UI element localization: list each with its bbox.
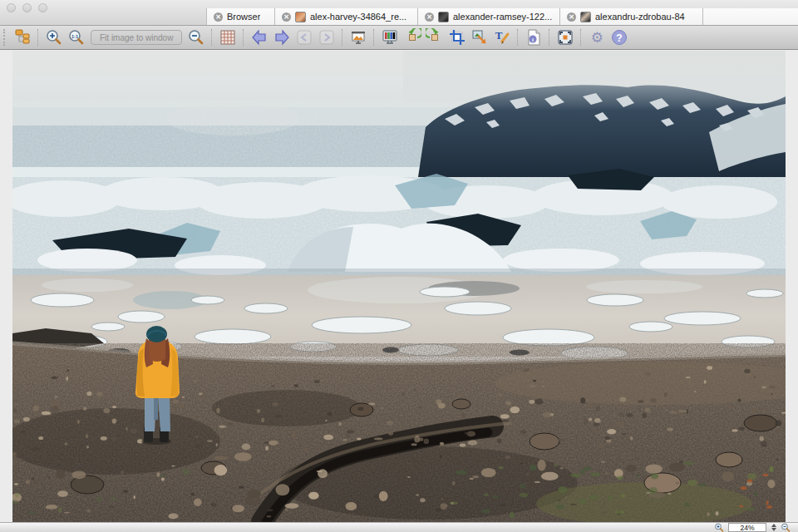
photo-glacier-lagoon	[12, 51, 786, 522]
tab-thumbnail	[295, 12, 306, 22]
image-info-button[interactable]: i	[524, 27, 544, 47]
rotate-left-icon	[403, 28, 421, 47]
zoom-1-1-icon: 1:1	[67, 28, 86, 47]
toolbar-separator	[549, 29, 550, 46]
app-window: ✕ Browser ✕ alex-harvey-34864_re... ✕ al…	[0, 0, 798, 532]
rotate-right-icon	[426, 28, 444, 47]
tab-browser[interactable]: ✕ Browser	[206, 8, 274, 25]
title-bar: ✕ Browser ✕ alex-harvey-34864_re... ✕ al…	[0, 0, 798, 26]
toolbar-drag-handle[interactable]	[3, 29, 8, 46]
toolbar-separator	[243, 29, 244, 46]
tab-label: Browser	[227, 12, 260, 22]
close-window-button[interactable]	[7, 3, 16, 12]
browser-tree-button[interactable]	[12, 27, 32, 47]
adjust-display-button[interactable]	[380, 27, 400, 47]
image-viewer-canvas[interactable]	[0, 50, 798, 522]
tab-bar-empty-space	[702, 8, 798, 25]
resize-button[interactable]	[470, 27, 490, 47]
text-annotate-button[interactable]: T	[492, 27, 512, 47]
zoom-in-button[interactable]	[44, 27, 64, 47]
zoom-level-input[interactable]	[728, 523, 766, 532]
help-button[interactable]: ?	[609, 27, 629, 47]
svg-text:?: ?	[617, 32, 623, 44]
text-annotate-icon: T	[493, 28, 511, 47]
gear-icon: ⚙	[591, 31, 603, 45]
tab-close-icon[interactable]: ✕	[425, 12, 434, 22]
rotate-left-button[interactable]	[402, 27, 422, 47]
toolbar-separator	[580, 29, 582, 46]
adjust-display-icon	[381, 28, 399, 47]
tab-alexandru-zdrobau[interactable]: ✕ alexandru-zdrobau-84	[559, 8, 702, 25]
slideshow-button[interactable]	[348, 27, 368, 47]
tab-thumbnail	[580, 12, 591, 22]
zoom-window-button[interactable]	[38, 3, 47, 12]
svg-text:T: T	[495, 29, 503, 42]
fit-image-to-window-button[interactable]: Fit image to window	[91, 30, 182, 45]
tab-bar: ✕ Browser ✕ alex-harvey-34864_re... ✕ al…	[206, 8, 798, 25]
previous-image-button[interactable]	[249, 27, 269, 47]
toolbar-separator	[37, 29, 39, 46]
next-page-button[interactable]	[317, 27, 337, 47]
toolbar-separator	[517, 29, 519, 46]
stepper-down-icon[interactable]	[771, 528, 776, 531]
minimize-window-button[interactable]	[22, 3, 32, 12]
tab-label: alexandru-zdrobau-84	[595, 12, 685, 22]
thumbnail-grid-icon	[219, 28, 237, 47]
crop-button[interactable]	[447, 27, 467, 47]
slideshow-icon	[349, 28, 367, 47]
thumbnail-grid-button[interactable]	[218, 27, 238, 47]
status-bar	[0, 522, 798, 532]
resize-icon	[470, 28, 489, 47]
toolbar-separator	[211, 29, 213, 46]
browser-tree-icon	[13, 28, 32, 47]
toolbar: 1:1 Fit image to window	[0, 26, 798, 50]
toolbar-separator	[373, 29, 375, 46]
image-info-icon: i	[525, 28, 543, 47]
fullscreen-icon	[556, 28, 574, 47]
tab-label: alexander-ramsey-122...	[453, 12, 552, 22]
previous-page-icon	[296, 29, 313, 46]
next-page-icon	[318, 29, 335, 46]
traffic-lights	[7, 3, 47, 12]
tab-close-icon[interactable]: ✕	[567, 12, 576, 22]
status-zoom-out-icon[interactable]	[781, 523, 791, 532]
previous-image-icon	[249, 27, 269, 47]
status-zoom-in-icon[interactable]	[714, 523, 725, 532]
svg-text:1:1: 1:1	[71, 34, 78, 39]
fullscreen-button[interactable]	[555, 27, 575, 47]
settings-button[interactable]: ⚙	[587, 27, 607, 47]
tab-thumbnail	[438, 12, 449, 22]
help-icon: ?	[610, 28, 628, 47]
tab-alex-harvey[interactable]: ✕ alex-harvey-34864_re...	[274, 8, 417, 25]
crop-icon	[448, 28, 466, 47]
stepper-up-icon[interactable]	[771, 524, 776, 527]
next-image-icon	[272, 27, 292, 47]
zoom-out-button[interactable]	[186, 27, 206, 47]
toolbar-separator	[342, 29, 343, 46]
zoom-100-button[interactable]: 1:1	[66, 27, 86, 47]
tab-close-icon[interactable]: ✕	[214, 12, 223, 22]
previous-page-button[interactable]	[294, 27, 314, 47]
tab-label: alex-harvey-34864_re...	[310, 12, 406, 22]
tab-close-icon[interactable]: ✕	[282, 12, 291, 22]
rotate-right-button[interactable]	[425, 27, 445, 47]
svg-text:i: i	[532, 37, 534, 43]
tab-alexander-ramsey[interactable]: ✕ alexander-ramsey-122...	[417, 8, 559, 25]
zoom-out-icon	[187, 28, 205, 47]
next-image-button[interactable]	[272, 27, 292, 47]
zoom-stepper[interactable]	[770, 524, 777, 531]
zoom-in-icon	[45, 28, 63, 47]
